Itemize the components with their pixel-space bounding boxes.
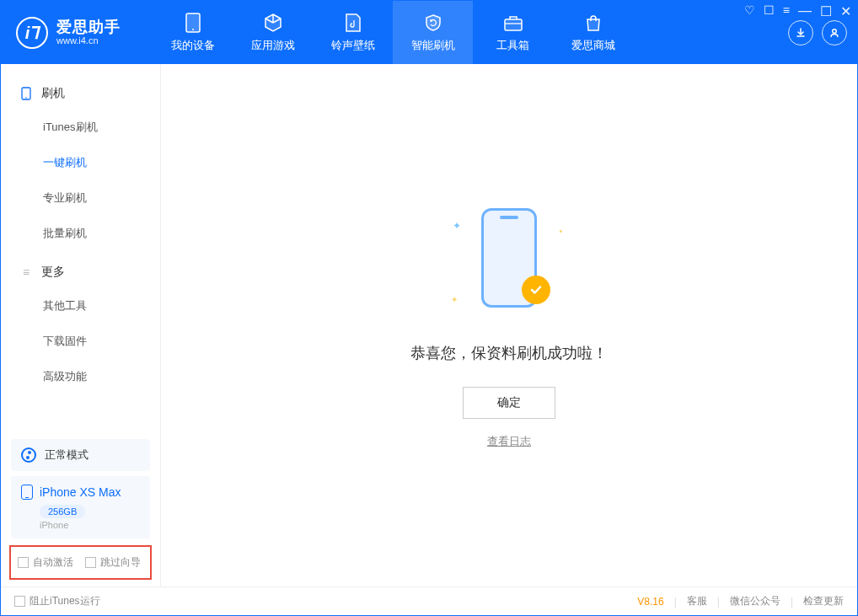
- device-card[interactable]: iPhone XS Max 256GB iPhone: [11, 476, 150, 538]
- statusbar: 阻止iTunes运行 V8.16 | 客服 | 微信公众号 | 检查更新: [1, 587, 857, 615]
- device-type: iPhone: [40, 520, 140, 530]
- app-site: www.i4.cn: [56, 35, 121, 46]
- feedback-icon[interactable]: ☐: [764, 3, 775, 19]
- svg-point-4: [833, 29, 837, 33]
- nav-my-device[interactable]: 我的设备: [153, 1, 233, 64]
- toolbox-icon: [503, 13, 523, 33]
- sidebar-section-flash[interactable]: 刷机: [1, 78, 160, 110]
- svg-point-1: [192, 29, 194, 30]
- nav-smart-flash[interactable]: 智能刷机: [393, 1, 473, 64]
- mode-icon: [21, 447, 36, 463]
- nav-toolbox[interactable]: 工具箱: [473, 1, 553, 64]
- sidebar: 刷机 iTunes刷机 一键刷机 专业刷机 批量刷机 ≡ 更多 其他工具 下载固…: [1, 64, 161, 587]
- window-controls: ♡ ☐ ≡ — ☐ ✕: [744, 3, 851, 19]
- device-name: iPhone XS Max: [40, 485, 121, 499]
- list-icon: ≡: [19, 265, 33, 279]
- minimize-button[interactable]: —: [798, 3, 812, 19]
- bag-icon: [584, 13, 603, 33]
- titlebar-actions: [788, 20, 857, 46]
- sidebar-item-itunes-flash[interactable]: iTunes刷机: [1, 110, 160, 145]
- main-nav: 我的设备 应用游戏 铃声壁纸 智能刷机 工具箱 爱思商城: [153, 1, 633, 64]
- success-message: 恭喜您，保资料刷机成功啦！: [410, 343, 608, 363]
- sidebar-item-download-firmware[interactable]: 下载固件: [1, 324, 160, 359]
- checkmark-icon: [522, 276, 550, 304]
- cube-icon: [263, 13, 283, 33]
- block-itunes-checkbox[interactable]: 阻止iTunes运行: [14, 594, 100, 608]
- sidebar-item-pro-flash[interactable]: 专业刷机: [1, 180, 160, 216]
- sidebar-item-oneclick-flash[interactable]: 一键刷机: [1, 145, 160, 180]
- titlebar: ♡ ☐ ≡ — ☐ ✕ iꓶ 爱思助手 www.i4.cn 我的设备 应用游戏: [1, 1, 857, 64]
- device-icon: [21, 485, 33, 500]
- ok-button[interactable]: 确定: [463, 387, 555, 419]
- device-icon: [185, 13, 201, 33]
- nav-apps-games[interactable]: 应用游戏: [233, 1, 313, 64]
- phone-icon: [19, 87, 33, 100]
- customer-service-link[interactable]: 客服: [687, 594, 707, 608]
- app-name: 爱思助手: [56, 19, 121, 36]
- auto-activate-checkbox[interactable]: 自动激活: [18, 555, 73, 570]
- maximize-button[interactable]: ☐: [820, 3, 832, 19]
- sidebar-item-batch-flash[interactable]: 批量刷机: [1, 216, 160, 251]
- view-log-link[interactable]: 查看日志: [487, 434, 531, 449]
- skip-guide-checkbox[interactable]: 跳过向导: [85, 555, 141, 570]
- refresh-shield-icon: [423, 13, 443, 33]
- account-button[interactable]: [822, 20, 847, 46]
- content-area: ✦ ✦ • 恭喜您，保资料刷机成功啦！ 确定 查看日志: [161, 64, 857, 587]
- logo: iꓶ 爱思助手 www.i4.cn: [1, 17, 153, 49]
- sidebar-section-more[interactable]: ≡ 更多: [1, 256, 160, 288]
- check-update-link[interactable]: 检查更新: [803, 594, 844, 608]
- music-file-icon: [345, 13, 362, 33]
- svg-rect-2: [505, 19, 522, 30]
- download-button[interactable]: [788, 20, 813, 46]
- nav-store[interactable]: 爱思商城: [553, 1, 633, 64]
- storage-badge: 256GB: [40, 505, 85, 518]
- close-button[interactable]: ✕: [840, 3, 851, 19]
- skin-icon[interactable]: ♡: [744, 3, 755, 19]
- menu-icon[interactable]: ≡: [783, 3, 790, 19]
- sidebar-item-advanced[interactable]: 高级功能: [1, 359, 160, 394]
- highlighted-checkboxes: 自动激活 跳过向导: [9, 545, 152, 580]
- nav-ringtones-wallpapers[interactable]: 铃声壁纸: [313, 1, 393, 64]
- success-illustration: ✦ ✦ •: [463, 201, 555, 319]
- sidebar-item-other-tools[interactable]: 其他工具: [1, 288, 160, 324]
- version-label: V8.16: [637, 596, 663, 608]
- svg-point-6: [25, 97, 27, 99]
- mode-card[interactable]: 正常模式: [11, 439, 150, 471]
- wechat-link[interactable]: 微信公众号: [730, 594, 780, 608]
- logo-icon: iꓶ: [16, 17, 48, 49]
